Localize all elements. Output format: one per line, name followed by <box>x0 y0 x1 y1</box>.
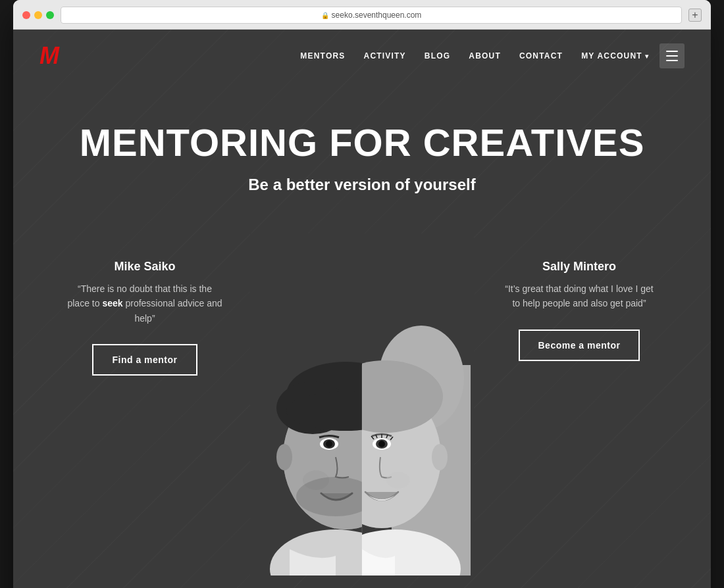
nav-item-about[interactable]: ABOUT <box>469 51 501 61</box>
maximize-button[interactable] <box>46 11 54 19</box>
url-text: seeko.seventhqueen.com <box>332 11 422 20</box>
nav-item-mentors[interactable]: MENTORS <box>300 51 345 61</box>
minimize-button[interactable] <box>34 11 42 19</box>
become-mentor-button[interactable]: Become a mentor <box>519 330 640 361</box>
browser-chrome: 🔒 seeko.seventhqueen.com + <box>13 0 711 30</box>
hamburger-line-3 <box>666 60 678 61</box>
right-testimonial-name: Sally Mintero <box>500 260 658 274</box>
center-image-col <box>224 233 500 576</box>
site-content: M MENTORS ACTIVITY BLOG ABOUT CONTACT MY… <box>13 30 711 588</box>
hamburger-line-2 <box>666 55 678 57</box>
nav-item-activity[interactable]: ACTIVITY <box>364 51 406 61</box>
logo[interactable]: M <box>39 44 58 68</box>
lock-icon: 🔒 <box>321 12 329 19</box>
left-testimonial-name: Mike Saiko <box>66 260 224 274</box>
nav-item-contact[interactable]: CONTACT <box>519 51 563 61</box>
svg-point-25 <box>432 444 448 470</box>
nav-item-blog[interactable]: BLOG <box>425 51 450 61</box>
svg-point-24 <box>386 472 410 489</box>
hamburger-line-1 <box>666 51 678 52</box>
nav-item-my-account[interactable]: MY ACCOUNT <box>581 51 649 61</box>
svg-point-23 <box>378 441 385 447</box>
svg-point-11 <box>326 441 332 447</box>
hero-content-row: Mike Saiko “There is no doubt that this … <box>13 233 711 588</box>
person-composite-image <box>250 233 474 576</box>
traffic-lights <box>22 11 54 19</box>
quote-suffix: professional advice and help” <box>123 298 222 323</box>
navbar: M MENTORS ACTIVITY BLOG ABOUT CONTACT MY… <box>13 30 711 82</box>
left-testimonial: Mike Saiko “There is no doubt that this … <box>66 233 224 376</box>
svg-point-14 <box>276 444 292 470</box>
new-tab-button[interactable]: + <box>688 9 702 22</box>
browser-window: 🔒 seeko.seventhqueen.com + M MENTORS ACT… <box>13 0 711 588</box>
nav-links: MENTORS ACTIVITY BLOG ABOUT CONTACT MY A… <box>300 51 649 61</box>
find-mentor-button[interactable]: Find a mentor <box>92 344 197 376</box>
hamburger-button[interactable] <box>659 43 685 68</box>
quote-emphasis: seek <box>102 298 122 308</box>
right-testimonial-quote: “It’s great that doing what I love I get… <box>500 282 658 311</box>
hero-subtitle: Be a better version of yourself <box>13 176 711 194</box>
close-button[interactable] <box>22 11 30 19</box>
hero-title: MENTORING FOR CREATIVES <box>13 122 711 164</box>
left-testimonial-quote: “There is no doubt that this is the plac… <box>66 282 224 326</box>
address-bar[interactable]: 🔒 seeko.seventhqueen.com <box>61 7 682 24</box>
right-testimonial: Sally Mintero “It’s great that doing wha… <box>500 233 658 361</box>
hero-section: MENTORING FOR CREATIVES Be a better vers… <box>13 82 711 194</box>
